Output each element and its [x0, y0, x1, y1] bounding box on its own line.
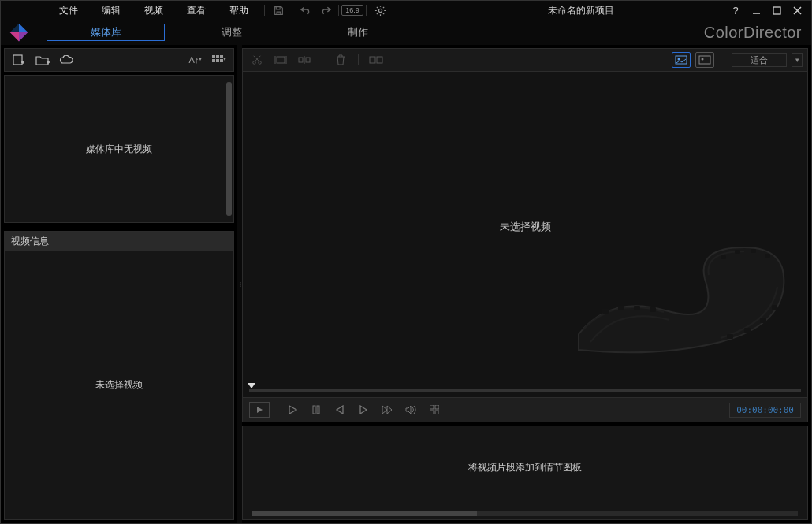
svg-rect-11: [212, 59, 215, 62]
svg-point-0: [378, 9, 382, 12]
svg-rect-31: [735, 250, 740, 254]
minimize-icon[interactable]: [747, 3, 765, 17]
video-info-panel: 视频信息 未选择视频: [4, 231, 234, 520]
svg-rect-8: [212, 55, 215, 58]
svg-point-25: [702, 58, 704, 61]
separator: [338, 5, 339, 16]
svg-rect-36: [760, 318, 766, 323]
svg-marker-5: [19, 32, 28, 41]
right-column: 适合 ▾ 未选择视频: [242, 45, 811, 523]
svg-point-15: [259, 61, 262, 65]
svg-rect-40: [313, 406, 315, 414]
save-icon[interactable]: [270, 3, 287, 17]
timecode-display[interactable]: 00:00:00:00: [729, 403, 801, 418]
playhead-track[interactable]: [242, 381, 808, 397]
svg-marker-43: [360, 406, 367, 414]
svg-rect-21: [377, 57, 382, 63]
svg-point-23: [678, 58, 680, 61]
tab-produce[interactable]: 制作: [299, 24, 417, 41]
grid-toggle-button[interactable]: [424, 402, 445, 418]
preview-panel: 未选择视频: [242, 72, 808, 381]
stop-button[interactable]: [249, 402, 270, 418]
svg-rect-28: [634, 306, 640, 310]
svg-rect-30: [721, 255, 726, 259]
cloud-icon[interactable]: [58, 55, 74, 65]
svg-marker-38: [257, 407, 263, 413]
compare-icon[interactable]: [367, 52, 386, 68]
title-bar: 文件 编辑 视频 查看 帮助 16:9 未命名的新项目 ?: [1, 1, 811, 20]
delete-icon[interactable]: [331, 52, 350, 68]
cut-icon[interactable]: [248, 52, 266, 68]
svg-rect-20: [370, 57, 375, 63]
svg-rect-16: [277, 57, 285, 63]
svg-rect-9: [216, 55, 219, 58]
svg-rect-32: [751, 249, 756, 253]
project-title: 未命名的新项目: [438, 4, 724, 17]
svg-rect-17: [299, 58, 303, 62]
import-file-icon[interactable]: [11, 54, 27, 65]
menu-view[interactable]: 查看: [176, 2, 217, 20]
svg-rect-41: [317, 406, 319, 414]
zoom-fit-selector[interactable]: 适合: [732, 53, 787, 67]
fast-forward-button[interactable]: [377, 402, 397, 418]
svg-point-14: [253, 61, 256, 65]
video-info-header: 视频信息: [5, 232, 233, 251]
next-frame-button[interactable]: [353, 402, 374, 418]
svg-marker-39: [289, 406, 296, 414]
brand-label: ColorDirector: [704, 24, 802, 42]
video-info-body: 未选择视频: [5, 251, 233, 519]
tab-media-library[interactable]: 媒体库: [47, 24, 165, 41]
menu-file[interactable]: 文件: [48, 2, 89, 20]
svg-marker-4: [19, 24, 28, 32]
media-scrollbar[interactable]: [226, 82, 232, 216]
svg-marker-44: [382, 406, 387, 414]
svg-rect-48: [430, 411, 434, 414]
view-mode-single-icon[interactable]: [695, 52, 714, 68]
prev-frame-button[interactable]: [330, 402, 350, 418]
media-toolbar: A↑▾ ▾: [4, 48, 234, 72]
playhead-marker-icon[interactable]: [248, 383, 255, 388]
storyboard-drop-area[interactable]: 将视频片段添加到情节图板: [243, 426, 807, 508]
import-folder-icon[interactable]: [35, 54, 50, 65]
view-grid-icon[interactable]: ▾: [211, 55, 227, 65]
split-icon[interactable]: [295, 52, 314, 68]
tab-adjust[interactable]: 调整: [173, 24, 291, 41]
media-library-panel: 媒体库中无视频: [4, 75, 234, 223]
svg-marker-45: [387, 406, 392, 414]
storyboard-scrollbar[interactable]: [244, 510, 806, 518]
svg-rect-34: [727, 334, 733, 339]
volume-button[interactable]: [400, 402, 421, 418]
svg-rect-33: [765, 254, 770, 258]
svg-rect-18: [306, 58, 310, 62]
aspect-ratio-selector[interactable]: 16:9: [344, 3, 361, 17]
pause-button[interactable]: [306, 402, 326, 418]
svg-rect-12: [216, 59, 219, 62]
redo-icon[interactable]: [316, 3, 333, 17]
maximize-icon[interactable]: [767, 3, 786, 17]
preview-toolbar: 适合 ▾: [242, 48, 808, 72]
film-reel-decoration-icon: [563, 224, 799, 373]
svg-rect-29: [650, 307, 656, 312]
sort-icon[interactable]: A↑▾: [188, 55, 203, 65]
svg-marker-42: [337, 406, 343, 414]
zoom-dropdown-icon[interactable]: ▾: [792, 53, 803, 67]
left-column: A↑▾ ▾ 媒体库中无视频 ···· 视频信息 未选择视频: [1, 45, 237, 523]
menu-video[interactable]: 视频: [133, 2, 174, 20]
svg-rect-49: [435, 411, 439, 414]
storyboard-panel: 将视频片段添加到情节图板: [242, 426, 808, 520]
help-icon[interactable]: ?: [726, 3, 745, 17]
menu-edit[interactable]: 编辑: [91, 2, 132, 20]
tab-bar: 媒体库 调整 制作 ColorDirector: [1, 20, 811, 45]
main-area: A↑▾ ▾ 媒体库中无视频 ···· 视频信息 未选择视频 ··· 适合: [1, 45, 811, 523]
close-icon[interactable]: [788, 3, 806, 17]
separator: [366, 5, 367, 16]
svg-rect-46: [430, 405, 434, 409]
view-mode-grid-icon[interactable]: [672, 52, 691, 68]
undo-icon[interactable]: [297, 3, 315, 17]
trim-icon[interactable]: [271, 52, 290, 68]
media-empty-label: 媒体库中无视频: [86, 143, 152, 156]
play-button[interactable]: [282, 402, 303, 418]
svg-rect-2: [773, 7, 780, 14]
menu-help[interactable]: 帮助: [218, 2, 259, 20]
settings-icon[interactable]: [371, 3, 389, 17]
